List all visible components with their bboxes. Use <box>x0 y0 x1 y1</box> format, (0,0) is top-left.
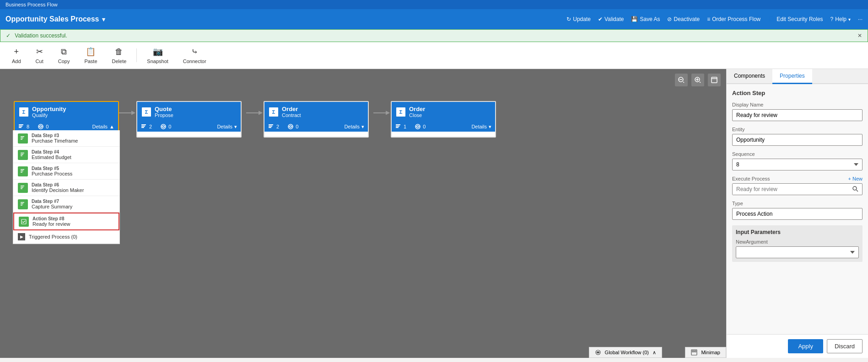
zoom-in-button[interactable] <box>691 74 704 86</box>
edit-security-roles-button[interactable]: 👤 Edit Security Roles <box>768 16 823 22</box>
paste-button[interactable]: 📋 Paste <box>78 44 103 67</box>
right-panel: Components Properties Action Step Displa… <box>726 69 868 358</box>
stage-contract-footer: 2 0 Details ▾ <box>264 122 368 132</box>
canvas[interactable]: Σ Opportunity Qualify 8 0 <box>0 69 726 358</box>
header-chevron[interactable]: ▾ <box>102 16 105 23</box>
execute-process-search-button[interactable] <box>850 185 860 194</box>
validate-label: Validate <box>604 16 624 22</box>
more-button[interactable]: ··· <box>858 16 863 22</box>
contract-details-button[interactable]: Details ▾ <box>344 124 364 130</box>
deactivate-button[interactable]: ⊘ Deactivate <box>667 16 700 22</box>
type-input[interactable] <box>732 208 863 220</box>
type-group: Type <box>732 201 863 220</box>
new-argument-select[interactable] <box>736 246 859 258</box>
svg-rect-22 <box>21 186 24 186</box>
update-button[interactable]: ↻ Update <box>566 16 591 22</box>
toolbar-separator <box>136 48 137 62</box>
stage-propose[interactable]: Σ Quote Propose 2 0 <box>136 101 242 138</box>
display-name-input[interactable] <box>732 109 863 121</box>
panel-actions: Apply Discard <box>727 334 868 358</box>
validate-button[interactable]: ✔ Validate <box>598 16 624 22</box>
stage-close-footer: 1 0 Details ▾ <box>392 122 495 132</box>
stage-close[interactable]: Σ Order Close 1 0 <box>391 101 496 138</box>
propose-details-button[interactable]: Details ▾ <box>217 124 237 130</box>
step-s3-name: Data Step #3 <box>32 133 78 138</box>
tab-properties[interactable]: Properties <box>772 69 812 84</box>
svg-rect-27 <box>21 205 22 206</box>
svg-rect-7 <box>712 77 717 83</box>
cut-button[interactable]: ✂ Cut <box>29 44 50 67</box>
stage-contract[interactable]: Σ Order Contract 2 0 <box>264 101 369 138</box>
copy-button[interactable]: ⧉ Copy <box>52 44 76 67</box>
execute-process-label: Execute Process <box>732 176 770 181</box>
process-flow: Σ Opportunity Qualify 8 0 <box>5 87 726 151</box>
execute-process-new-button[interactable]: + New <box>848 176 863 181</box>
svg-rect-13 <box>21 136 24 137</box>
minimap-bar[interactable]: Minimap <box>685 347 726 358</box>
qualify-details-button[interactable]: Details ▲ <box>92 124 114 129</box>
panel-section-title: Action Step <box>732 90 863 96</box>
stage-propose-header: Σ Quote Propose <box>137 102 241 122</box>
close-details-button[interactable]: Details ▾ <box>471 124 491 130</box>
svg-rect-14 <box>21 138 23 138</box>
help-button[interactable]: ? Help ▾ <box>830 16 851 22</box>
discard-button[interactable]: Discard <box>827 339 863 353</box>
svg-rect-30 <box>141 126 145 127</box>
copy-icon: ⧉ <box>61 47 67 57</box>
tab-components[interactable]: Components <box>727 69 772 84</box>
order-process-flow-button[interactable]: ≡ Order Process Flow <box>707 16 760 22</box>
step-s3-icon <box>18 133 28 144</box>
save-as-button[interactable]: 💾 Save As <box>631 16 660 22</box>
validation-close-icon[interactable]: ✕ <box>857 32 862 39</box>
order-process-flow-label: Order Process Flow <box>712 16 760 22</box>
step-item-s5[interactable]: Data Step #5 Purchase Process <box>13 163 119 180</box>
step-item-s8[interactable]: Action Step #8 Ready for review <box>13 213 119 230</box>
svg-rect-17 <box>21 154 23 155</box>
apply-button[interactable]: Apply <box>788 339 823 353</box>
snapshot-button[interactable]: 📷 Snapshot <box>140 44 174 67</box>
svg-rect-25 <box>21 202 24 203</box>
copy-label: Copy <box>58 59 70 64</box>
step-item-s3[interactable]: Data Step #3 Purchase Timeframe <box>13 130 119 147</box>
add-button[interactable]: + Add <box>5 44 27 67</box>
execute-process-input[interactable] <box>733 184 848 195</box>
connector-3: ▶ <box>373 112 386 113</box>
global-workflow-collapse[interactable]: ∧ <box>652 350 656 356</box>
more-icon: ··· <box>858 16 863 22</box>
edit-security-roles-label: Edit Security Roles <box>776 16 823 22</box>
step-s8-name: Action Step #8 <box>32 216 70 221</box>
svg-line-6 <box>700 82 701 83</box>
entity-input[interactable] <box>732 134 863 146</box>
validation-check-icon: ✓ <box>6 32 11 39</box>
fit-to-screen-button[interactable] <box>708 74 721 86</box>
connector-button[interactable]: ⤷ Connector <box>177 44 213 67</box>
display-name-group: Display Name <box>732 102 863 121</box>
step-item-s6[interactable]: Data Step #6 Identify Decision Maker <box>13 180 119 196</box>
update-icon: ↻ <box>566 16 571 22</box>
validate-icon: ✔ <box>598 16 603 22</box>
svg-rect-16 <box>21 153 24 154</box>
svg-rect-34 <box>269 126 272 127</box>
execute-process-group: Execute Process + New <box>732 176 863 195</box>
delete-button[interactable]: 🗑 Delete <box>106 44 133 67</box>
stage-contract-subtitle: Contract <box>282 112 301 118</box>
step-s6-name: Data Step #6 <box>32 182 84 187</box>
step-s6-desc: Identify Decision Maker <box>32 187 84 193</box>
svg-rect-18 <box>21 155 22 156</box>
delete-icon: 🗑 <box>115 47 123 57</box>
zoom-controls <box>675 74 721 86</box>
zoom-out-button[interactable] <box>675 74 688 86</box>
top-bar-title: Business Process Flow <box>5 2 58 7</box>
connector-2: ▶ <box>246 112 259 113</box>
connector-label: Connector <box>183 59 206 64</box>
entity-label: Entity <box>732 127 863 132</box>
step-item-s7[interactable]: Data Step #7 Capture Summary <box>13 196 119 213</box>
connector-1: ▶ <box>119 112 132 113</box>
step-item-s4[interactable]: Data Step #4 Estimated Budget <box>13 147 119 163</box>
sequence-select[interactable]: 8 <box>732 159 863 170</box>
step-s4-name: Data Step #4 <box>32 149 71 154</box>
svg-rect-38 <box>396 126 399 127</box>
svg-line-2 <box>683 82 684 83</box>
step-s7-desc: Capture Summary <box>32 204 72 209</box>
add-label: Add <box>12 59 21 64</box>
